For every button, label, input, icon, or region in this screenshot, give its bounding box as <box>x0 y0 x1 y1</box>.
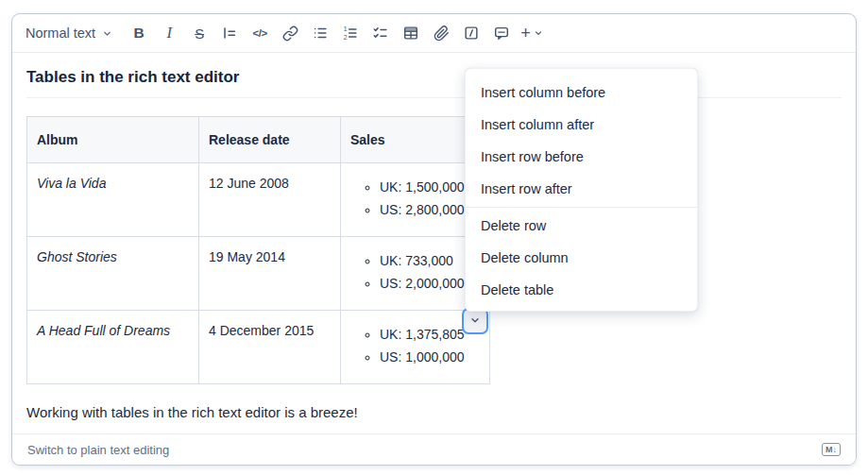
ordered-list-button[interactable]: 12 <box>339 21 362 45</box>
page: Normal text B I S </> <box>0 0 868 475</box>
table-row: A Head Full of Dreams 4 December 2015 UK… <box>27 311 490 384</box>
menu-item-insert-row-before[interactable]: Insert row before <box>466 141 697 173</box>
attachment-button[interactable] <box>430 21 452 45</box>
cell-release-date[interactable]: 12 June 2008 <box>199 163 341 237</box>
cell-album[interactable]: A Head Full of Dreams <box>27 311 199 384</box>
bullet-list-button[interactable] <box>309 21 332 45</box>
bold-button[interactable]: B <box>128 21 150 45</box>
link-button[interactable] <box>279 21 301 45</box>
chevron-down-icon <box>534 28 543 38</box>
cell-release-date[interactable]: 4 December 2015 <box>199 311 341 384</box>
table-cell-options-button[interactable] <box>462 308 488 334</box>
insert-more-button[interactable]: + <box>520 21 543 45</box>
menu-item-insert-column-before[interactable]: Insert column before <box>466 76 697 109</box>
italic-icon: I <box>166 24 172 42</box>
body-paragraph[interactable]: Working with tables in the rich text edi… <box>26 404 842 420</box>
page-title[interactable]: Tables in the rich text editor <box>26 53 842 98</box>
menu-item-delete-table[interactable]: Delete table <box>466 274 697 306</box>
comment-icon <box>493 25 510 42</box>
strikethrough-icon: S <box>195 25 204 42</box>
editor-content-area[interactable]: Tables in the rich text editor Album Rel… <box>12 53 856 420</box>
menu-item-insert-row-after[interactable]: Insert row after <box>466 173 697 205</box>
quote-button[interactable] <box>218 21 241 45</box>
quote-icon <box>221 25 238 42</box>
menu-divider <box>466 207 697 208</box>
sales-item: US: 1,000,000 <box>380 346 480 368</box>
editor-footer: Switch to plain text editing M↓ <box>12 433 856 465</box>
italic-button[interactable]: I <box>158 21 180 45</box>
cell-release-date[interactable]: 19 May 2014 <box>199 237 341 311</box>
slash-command-icon <box>463 25 480 42</box>
table-button[interactable] <box>400 21 422 45</box>
table-row: Ghost Stories 19 May 2014 UK: 733,000 US… <box>27 237 490 311</box>
albums-table: Album Release date Sales Viva la Vida 12… <box>26 116 490 384</box>
sales-list: UK: 1,375,805 US: 1,000,000 <box>350 323 480 368</box>
menu-item-delete-column[interactable]: Delete column <box>466 242 697 274</box>
text-style-dropdown[interactable]: Normal text <box>26 25 112 41</box>
editor-toolbar: Normal text B I S </> <box>12 14 856 53</box>
rich-text-editor: Normal text B I S </> <box>11 13 857 466</box>
sales-list: UK: 1,500,000 US: 2,800,000 <box>350 176 480 221</box>
bullet-list-icon <box>312 25 329 42</box>
task-list-icon <box>372 25 389 42</box>
link-icon <box>282 25 298 42</box>
sales-list: UK: 733,000 US: 2,000,000 <box>350 249 480 295</box>
header-cell-release-date[interactable]: Release date <box>199 117 341 163</box>
task-list-button[interactable] <box>369 21 392 45</box>
plus-icon: + <box>520 25 531 42</box>
strikethrough-button[interactable]: S <box>188 21 211 45</box>
switch-plain-text-link[interactable]: Switch to plain text editing <box>27 443 169 457</box>
header-cell-album[interactable]: Album <box>27 117 199 163</box>
markdown-badge: M↓ <box>822 443 841 456</box>
text-style-label: Normal text <box>26 25 95 41</box>
svg-text:1: 1 <box>344 25 348 32</box>
table-row: Viva la Vida 12 June 2008 UK: 1,500,000 … <box>27 163 490 237</box>
cell-album[interactable]: Viva la Vida <box>27 163 199 237</box>
chevron-down-icon <box>102 28 112 39</box>
cell-album[interactable]: Ghost Stories <box>27 237 199 311</box>
comment-button[interactable] <box>490 21 513 45</box>
table-icon <box>402 25 419 42</box>
attachment-icon <box>434 25 450 42</box>
svg-text:2: 2 <box>344 34 348 41</box>
menu-item-insert-column-after[interactable]: Insert column after <box>466 109 697 141</box>
bold-icon: B <box>134 25 145 42</box>
code-button[interactable]: </> <box>248 21 271 45</box>
table-options-menu: Insert column before Insert column after… <box>465 68 698 312</box>
ordered-list-icon: 12 <box>342 25 359 42</box>
slash-command-button[interactable] <box>460 21 483 45</box>
chevron-down-icon <box>469 314 481 329</box>
code-icon: </> <box>253 27 267 39</box>
table-header-row: Album Release date Sales <box>27 117 490 163</box>
menu-item-delete-row[interactable]: Delete row <box>466 210 697 242</box>
